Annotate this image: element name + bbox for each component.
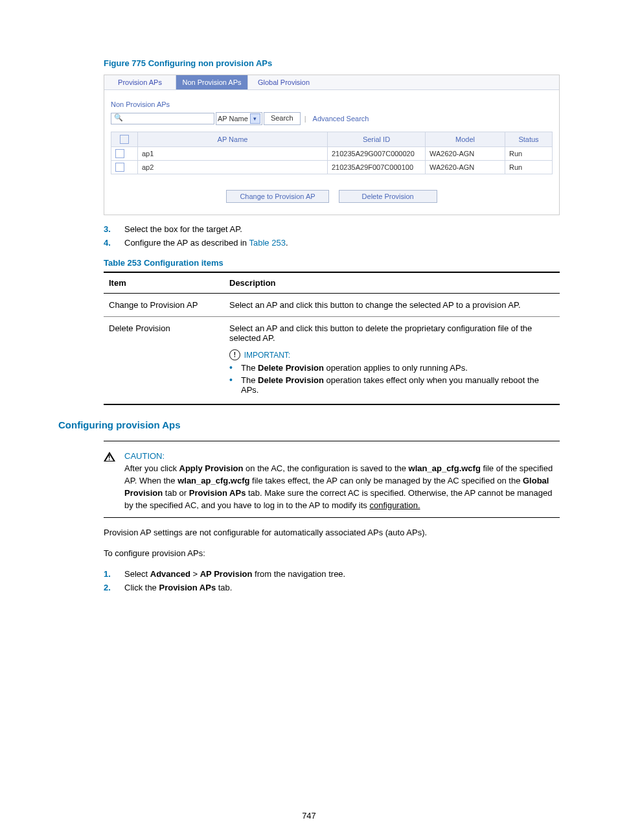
- step-pre: Select: [124, 569, 150, 579]
- page-number: 747: [0, 811, 618, 821]
- figure-subtitle: Non Provision APs: [111, 100, 553, 108]
- bullet-icon: •: [229, 363, 241, 373]
- action-row: Change to Provision AP Delete Provision: [111, 190, 553, 203]
- cfg-desc: Select an AP and click this button to de…: [229, 323, 555, 343]
- step-post: from the navigation tree.: [252, 569, 345, 579]
- col-ap-name[interactable]: AP Name: [138, 132, 328, 147]
- table-row: Change to Provision AP Select an AP and …: [104, 294, 560, 317]
- caution-icon: !: [104, 452, 115, 461]
- step-number: 3.: [104, 224, 124, 234]
- col-description: Description: [224, 272, 560, 294]
- bullet-icon: •: [229, 375, 241, 395]
- col-status[interactable]: Status: [505, 132, 553, 147]
- bullet-bold: Delete Provision: [258, 375, 324, 385]
- step-pre: Click the: [124, 583, 159, 592]
- cell-serial: 210235A29G007C000020: [328, 147, 426, 161]
- table-row: ap1 210235A29G007C000020 WA2620-AGN Run: [111, 147, 553, 161]
- tab-bar: Provision APs Non Provision APs Global P…: [104, 75, 559, 90]
- row-checkbox[interactable]: [115, 163, 124, 172]
- bullet-bold: Delete Provision: [258, 363, 324, 373]
- cell-model: WA2620-AGN: [426, 147, 505, 161]
- paragraph: To configure provision APs:: [104, 548, 560, 560]
- config-table: Item Description Change to Provision AP …: [104, 272, 560, 405]
- search-row: 🔍 AP Name ▾ Search | Advanced Search: [111, 112, 553, 125]
- step-number: 1.: [104, 569, 124, 579]
- caution-label: CAUTION:: [124, 450, 560, 463]
- table-ref-link[interactable]: Table 253: [249, 238, 285, 248]
- search-icon: 🔍: [114, 113, 123, 121]
- figure-panel: Provision APs Non Provision APs Global P…: [104, 75, 560, 215]
- col-model[interactable]: Model: [426, 132, 505, 147]
- advanced-search-link[interactable]: Advanced Search: [313, 115, 369, 122]
- divider: [104, 517, 560, 518]
- cell-model: WA2620-AGN: [426, 161, 505, 174]
- select-all-checkbox[interactable]: [120, 135, 129, 144]
- search-button[interactable]: Search: [264, 112, 301, 125]
- search-input[interactable]: 🔍: [111, 113, 214, 124]
- cell-ap-name: ap2: [138, 161, 328, 174]
- tab-global-provision[interactable]: Global Provision: [248, 75, 319, 89]
- step-text: Select the box for the target AP.: [124, 224, 560, 234]
- col-serial-id[interactable]: Serial ID: [328, 132, 426, 147]
- paragraph: Provision AP settings are not configurab…: [104, 527, 560, 539]
- delete-provision-button[interactable]: Delete Provision: [339, 190, 437, 203]
- important-icon: !: [229, 349, 240, 360]
- tab-provision-aps[interactable]: Provision APs: [104, 75, 176, 89]
- step-post: tab.: [216, 583, 232, 592]
- step-bold: AP Provision: [200, 569, 253, 579]
- step-list-b: 1. Select Advanced > AP Provision from t…: [104, 569, 560, 592]
- important-list: • The Delete Provision operation applies…: [229, 363, 555, 395]
- step-number: 4.: [104, 238, 124, 248]
- caution-text: After you click Apply Provision on the A…: [124, 463, 560, 511]
- step-number: 2.: [104, 583, 124, 592]
- change-to-provision-button[interactable]: Change to Provision AP: [226, 190, 328, 203]
- cell-ap-name: ap1: [138, 147, 328, 161]
- figure-title: Figure 775 Configuring non provision APs: [104, 58, 560, 68]
- col-item: Item: [104, 272, 224, 294]
- important-label: IMPORTANT:: [244, 351, 291, 360]
- row-checkbox[interactable]: [115, 149, 124, 158]
- table-title: Table 253 Configuration items: [104, 258, 560, 268]
- step-list-a: 3. Select the box for the target AP. 4. …: [104, 224, 560, 248]
- cell-status: Run: [505, 147, 553, 161]
- bullet-pre: The: [241, 363, 258, 373]
- step-bold: Advanced: [150, 569, 190, 579]
- filter-select-value: AP Name: [218, 115, 248, 122]
- cfg-item: Delete Provision: [104, 317, 224, 405]
- step-text-suffix: .: [286, 238, 288, 248]
- step-mid: >: [190, 569, 200, 579]
- step-text-prefix: Configure the AP as described in: [124, 238, 249, 248]
- separator: |: [304, 115, 306, 122]
- tab-non-provision-aps[interactable]: Non Provision APs: [176, 75, 248, 89]
- filter-select[interactable]: AP Name ▾: [216, 112, 262, 125]
- table-row: ap2 210235A29F007C000100 WA2620-AGN Run: [111, 161, 553, 174]
- divider: [104, 441, 560, 441]
- table-row: Delete Provision Select an AP and click …: [104, 317, 560, 405]
- cell-status: Run: [505, 161, 553, 174]
- bullet-post: operation applies to only running APs.: [324, 363, 468, 373]
- bullet-pre: The: [241, 375, 258, 385]
- ap-table: AP Name Serial ID Model Status ap1 21023…: [111, 132, 553, 174]
- cell-serial: 210235A29F007C000100: [328, 161, 426, 174]
- cfg-item: Change to Provision AP: [104, 294, 224, 317]
- step-bold: Provision APs: [159, 583, 216, 592]
- section-heading: Configuring provision Aps: [58, 419, 560, 430]
- cfg-desc: Select an AP and click this button to ch…: [224, 294, 560, 317]
- chevron-down-icon: ▾: [250, 113, 260, 124]
